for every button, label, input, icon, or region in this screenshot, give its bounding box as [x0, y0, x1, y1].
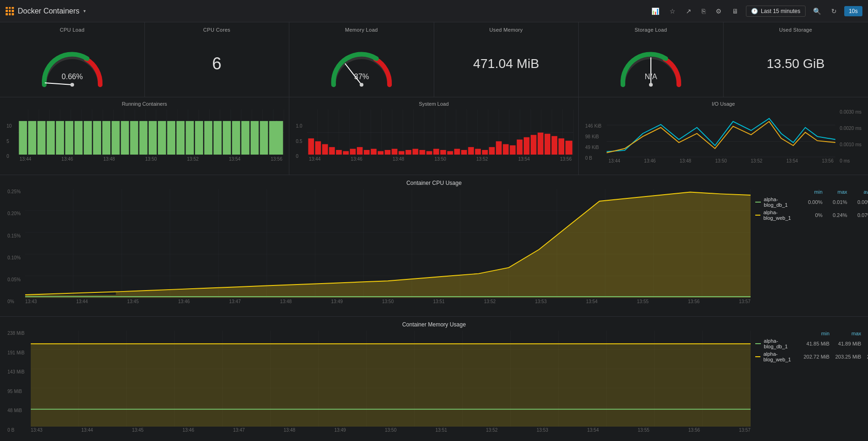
- system-load-panel: System Load 1.0 0.5 0: [289, 97, 579, 175]
- cpu-usage-legend: min max avg alpha-blog_db_1 0.00% 0.01% …: [755, 189, 862, 221]
- running-containers-chart: [18, 109, 284, 156]
- svg-rect-76: [545, 134, 550, 155]
- svg-rect-18: [84, 121, 92, 155]
- interval-button[interactable]: 10s: [844, 6, 862, 16]
- svg-rect-58: [419, 150, 425, 155]
- svg-rect-45: [329, 147, 335, 155]
- topbar-right: 📊 ☆ ↗ ⎘ ⚙ 🖥 🕐 Last 15 minutes 🔍 ↻ 10s: [649, 6, 862, 17]
- svg-rect-13: [37, 121, 45, 155]
- svg-rect-57: [412, 149, 418, 155]
- svg-rect-62: [447, 151, 453, 155]
- legend-max-header: max: [826, 189, 847, 195]
- svg-rect-65: [468, 147, 474, 155]
- cpu-legend-web-max: 0.24%: [826, 212, 847, 218]
- svg-rect-72: [517, 140, 522, 155]
- legend-min-header: min: [797, 189, 822, 195]
- svg-rect-25: [149, 121, 157, 155]
- svg-point-4: [360, 83, 363, 87]
- svg-point-1: [70, 83, 74, 87]
- mem-legend-min-header: min: [797, 331, 829, 336]
- io-usage-chart: [607, 109, 835, 157]
- svg-rect-38: [269, 121, 277, 155]
- svg-rect-60: [433, 149, 439, 155]
- svg-rect-54: [392, 149, 397, 155]
- svg-point-7: [649, 83, 653, 87]
- time-range-button[interactable]: 🕐 Last 15 minutes: [746, 6, 806, 17]
- svg-rect-19: [93, 121, 101, 155]
- svg-rect-35: [241, 121, 249, 155]
- cpu-cores-title: CPU Cores: [203, 27, 230, 33]
- svg-rect-37: [260, 121, 268, 155]
- settings-icon[interactable]: ⚙: [713, 6, 724, 17]
- svg-rect-36: [251, 121, 259, 155]
- svg-rect-53: [385, 150, 390, 155]
- svg-rect-30: [195, 121, 203, 155]
- cpu-usage-x-axis: 13:4313:4413:4513:4613:4713:4813:4913:50…: [25, 298, 751, 304]
- running-containers-y-axis: 10 5 0: [7, 123, 12, 159]
- title-dropdown-icon[interactable]: ▾: [83, 8, 86, 14]
- svg-rect-43: [315, 141, 321, 155]
- memory-load-panel: Memory Load 37%: [289, 22, 434, 97]
- cpu-legend-db-max: 0.01%: [826, 199, 847, 205]
- svg-rect-52: [378, 151, 383, 155]
- used-storage-title: Used Storage: [779, 27, 812, 33]
- cpu-load-gauge: 0.66%: [35, 43, 109, 85]
- svg-rect-55: [398, 151, 404, 155]
- cpu-legend-db-min: 0.00%: [797, 199, 822, 205]
- mem-legend-db-min: 41.85 MiB: [797, 341, 829, 346]
- cpu-legend-db-avg: 0.00%: [851, 199, 868, 205]
- memory-load-title: Memory Load: [345, 27, 378, 33]
- system-load-x-axis: 13:4413:4613:4813:5013:5213:5413:56: [307, 156, 574, 162]
- cpu-legend-web-name: alpha-blog_web_1: [763, 210, 793, 221]
- search-icon[interactable]: 🔍: [810, 6, 824, 17]
- refresh-icon[interactable]: ↻: [828, 6, 840, 17]
- svg-rect-75: [538, 133, 543, 155]
- running-containers-panel: Running Containers 10 5 0: [0, 97, 289, 175]
- svg-rect-28: [177, 121, 185, 155]
- io-usage-y-axis-left: 146 KiB98 KiB49 KiB0 B: [585, 123, 601, 161]
- svg-rect-20: [103, 121, 110, 155]
- mem-legend-web-name: alpha-blog_web_1: [763, 351, 793, 362]
- used-memory-panel: Used Memory 471.04 MiB: [434, 22, 579, 97]
- mem-legend-web-avg: 202.77 MiB: [865, 354, 868, 360]
- memory-usage-chart: [31, 331, 751, 427]
- system-load-chart: [307, 109, 574, 156]
- share-icon[interactable]: ↗: [683, 6, 694, 17]
- svg-rect-70: [503, 144, 508, 155]
- svg-rect-12: [28, 121, 36, 155]
- cpu-legend-web-min: 0%: [797, 212, 822, 218]
- running-containers-title: Running Containers: [5, 101, 284, 107]
- cpu-legend-web-avg: 0.07%: [851, 212, 868, 218]
- storage-load-gauge-svg: N/A: [614, 43, 688, 89]
- mem-legend-db-avg: 41.86 MiB: [865, 341, 868, 346]
- svg-rect-73: [524, 137, 529, 155]
- svg-rect-24: [139, 121, 147, 155]
- system-load-title: System Load: [294, 101, 574, 107]
- cpu-cores-panel: CPU Cores 6: [145, 22, 290, 97]
- cpu-legend-db-name: alpha-blog_db_1: [764, 197, 793, 208]
- used-storage-panel: Used Storage 13.50 GiB: [724, 22, 868, 97]
- svg-rect-31: [204, 121, 212, 155]
- star-icon[interactable]: ☆: [667, 6, 678, 17]
- svg-rect-32: [213, 121, 221, 155]
- memory-usage-title: Container Memory Usage: [6, 321, 862, 328]
- svg-rect-59: [426, 151, 432, 155]
- cpu-load-gauge-svg: 0.66%: [35, 43, 109, 89]
- cpu-usage-panel: Container CPU Usage 0.25%0.20%0.15%0.10%…: [0, 175, 868, 317]
- chart-icon[interactable]: 📊: [649, 6, 662, 17]
- svg-rect-77: [552, 136, 557, 155]
- svg-rect-80: [607, 109, 835, 157]
- storage-load-panel: Storage Load N/A: [579, 22, 724, 97]
- svg-line-0: [45, 83, 72, 85]
- memory-load-gauge: 37%: [324, 43, 399, 85]
- svg-rect-56: [405, 150, 411, 155]
- svg-rect-33: [223, 121, 231, 155]
- svg-marker-87: [31, 344, 751, 427]
- svg-rect-67: [482, 150, 488, 155]
- topbar: Docker Containers ▾ 📊 ☆ ↗ ⎘ ⚙ 🖥 🕐 Last 1…: [0, 0, 868, 22]
- monitor-icon[interactable]: 🖥: [729, 6, 741, 17]
- svg-rect-15: [56, 121, 64, 155]
- svg-rect-44: [322, 144, 328, 155]
- mem-legend-web-min: 202.72 MiB: [797, 354, 829, 360]
- copy-icon[interactable]: ⎘: [699, 6, 708, 17]
